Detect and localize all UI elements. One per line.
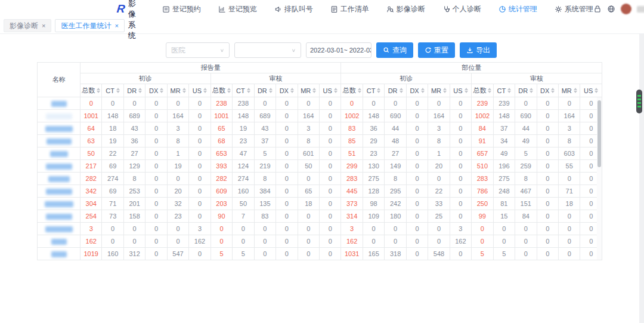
value-cell: 0 xyxy=(341,97,363,110)
date-range-input[interactable]: 2022-03-01~ 2022-03-31 xyxy=(306,42,371,58)
value-cell: 44 xyxy=(515,122,537,135)
sort-icon[interactable] xyxy=(421,88,425,93)
globe-icon[interactable] xyxy=(607,5,615,13)
doctor-name-link-redacted[interactable] xyxy=(46,214,72,220)
user-avatar[interactable] xyxy=(621,4,631,14)
sort-icon[interactable] xyxy=(269,88,273,93)
nav-item-4[interactable]: 工作清单 xyxy=(330,4,369,14)
nav-item-7[interactable]: 统计管理 xyxy=(499,4,537,14)
hospital-select[interactable]: 医院 ∨ xyxy=(166,42,230,58)
doctor-name-link-redacted[interactable] xyxy=(45,226,73,232)
value-cell: 653 xyxy=(210,147,232,160)
sort-icon[interactable] xyxy=(488,88,491,93)
sort-icon[interactable] xyxy=(377,88,380,93)
nav-item-2[interactable]: 登记预览 xyxy=(218,4,257,14)
sort-icon[interactable] xyxy=(334,88,338,93)
doctor-name-link-redacted[interactable] xyxy=(50,151,68,157)
tab-bar: 影像诊断×医生工作量统计× xyxy=(0,18,644,34)
sort-icon[interactable] xyxy=(290,88,294,93)
sort-icon[interactable] xyxy=(247,88,250,93)
sort-icon[interactable] xyxy=(312,88,316,93)
value-cell: 0 xyxy=(428,173,450,185)
value-cell: 0 xyxy=(210,223,232,235)
nav-item-5[interactable]: 影像诊断 xyxy=(386,4,425,14)
user-name-redacted[interactable] xyxy=(637,6,644,13)
doctor-name-link-redacted[interactable] xyxy=(45,126,73,132)
sort-icon[interactable] xyxy=(227,88,231,93)
sort-icon[interactable] xyxy=(116,88,120,93)
value-cell: 0 xyxy=(406,110,428,122)
value-cell: 690 xyxy=(515,110,537,122)
column-header-label: US xyxy=(323,87,332,94)
value-cell: 548 xyxy=(428,248,450,260)
value-cell: 135 xyxy=(254,198,275,210)
value-cell: 0 xyxy=(406,235,428,248)
nav-item-6[interactable]: 个人诊断 xyxy=(442,4,481,14)
search-button[interactable]: 查询 xyxy=(376,42,413,58)
table-row: 2176912901903931242190500299130149020051… xyxy=(38,160,602,173)
table-scrollbar-track[interactable] xyxy=(597,97,602,260)
value-cell: 3 xyxy=(167,122,188,135)
table-scrollbar-thumb[interactable] xyxy=(597,100,601,167)
nav-item-8[interactable]: 系统管理 xyxy=(555,4,593,14)
sort-icon[interactable] xyxy=(97,88,100,93)
doctor-name-link-redacted[interactable] xyxy=(45,201,73,207)
sort-icon[interactable] xyxy=(443,88,447,93)
value-cell: 84 xyxy=(515,210,537,223)
doctor-name-link-redacted[interactable] xyxy=(46,189,72,195)
sort-icon[interactable] xyxy=(465,88,468,93)
doctor-name-link-redacted[interactable] xyxy=(51,239,67,245)
close-icon[interactable]: × xyxy=(114,23,118,29)
reset-button[interactable]: 重置 xyxy=(418,42,455,58)
value-cell: 0 xyxy=(537,97,558,110)
column-header-label: US xyxy=(584,87,593,94)
doctor-name-link-redacted[interactable] xyxy=(48,176,70,182)
value-cell: 0 xyxy=(276,235,298,248)
value-cell: 8 xyxy=(558,135,580,147)
value-cell: 0 xyxy=(319,110,340,122)
close-icon[interactable]: × xyxy=(42,23,45,29)
value-cell: 0 xyxy=(276,223,298,235)
group-header-report: 报告量 xyxy=(80,63,341,73)
value-cell: 196 xyxy=(493,160,515,173)
sort-icon[interactable] xyxy=(358,88,361,93)
value-cell: 0 xyxy=(276,173,298,185)
tab-2[interactable]: 医生工作量统计× xyxy=(55,19,124,32)
value-cell: 0 xyxy=(254,235,275,248)
sort-icon[interactable] xyxy=(138,88,142,93)
doctor-name-link-redacted[interactable] xyxy=(46,113,72,119)
value-cell: 0 xyxy=(189,147,210,160)
nav-item-3[interactable]: 排队叫号 xyxy=(274,4,313,14)
doctor-name-link-redacted[interactable] xyxy=(51,251,67,257)
sort-icon[interactable] xyxy=(203,88,207,93)
sort-icon[interactable] xyxy=(530,88,533,93)
value-cell: 547 xyxy=(167,248,188,260)
sort-icon[interactable] xyxy=(160,88,163,93)
sort-icon[interactable] xyxy=(507,88,511,93)
tab-1[interactable]: 影像诊断× xyxy=(4,19,51,32)
value-cell: 0 xyxy=(80,97,102,110)
value-cell: 0 xyxy=(450,210,471,223)
sort-icon[interactable] xyxy=(400,88,403,93)
value-cell: 5 xyxy=(515,147,537,160)
secondary-select[interactable]: ∨ xyxy=(234,42,301,58)
value-cell: 34 xyxy=(493,135,515,147)
value-cell: 0 xyxy=(123,97,145,110)
value-cell: 0 xyxy=(537,235,558,248)
doctor-name-link-redacted[interactable] xyxy=(51,101,67,107)
browser-extension-widget[interactable] xyxy=(636,90,642,113)
sort-icon[interactable] xyxy=(182,88,186,93)
sort-icon[interactable] xyxy=(595,88,598,93)
value-cell: 0 xyxy=(319,210,340,223)
table-row: 2547315802309078300031410918002509915840… xyxy=(38,210,602,223)
export-button[interactable]: 导出 xyxy=(460,42,497,58)
value-cell: 36 xyxy=(363,122,384,135)
doctor-name-link-redacted[interactable] xyxy=(46,164,72,170)
sort-icon[interactable] xyxy=(574,88,577,93)
doctor-name-link-redacted[interactable] xyxy=(47,139,72,144)
value-cell: 43 xyxy=(123,122,145,135)
page-scrollbar-track[interactable] xyxy=(639,34,644,323)
lock-icon[interactable] xyxy=(593,5,602,13)
nav-item-1[interactable]: 登记预约 xyxy=(162,4,201,14)
sort-icon[interactable] xyxy=(551,88,555,93)
